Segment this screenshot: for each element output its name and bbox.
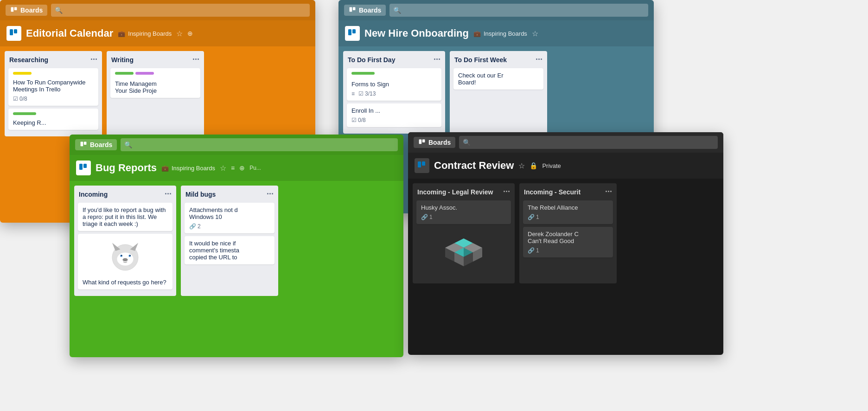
- firstday-list: To Do First Day ··· Forms to Sign ≡ ☑ 3/…: [343, 51, 445, 134]
- card-attachments[interactable]: Attachments not dWindows 10 🔗 2: [185, 203, 274, 233]
- globe-icon-editorial[interactable]: ⊕: [187, 30, 193, 37]
- writing-menu[interactable]: ···: [192, 55, 199, 64]
- husky-svg: [109, 241, 141, 274]
- card-footer-zoolander: 🔗 1: [528, 247, 608, 254]
- card-time-mgmt[interactable]: Time ManagemYour Side Proje: [110, 68, 200, 98]
- attachment-icon-zoolander: 🔗 1: [528, 247, 539, 254]
- svg-rect-8: [81, 142, 83, 147]
- search-icon-editorial: 🔍: [55, 6, 63, 14]
- search-bar-editorial[interactable]: 🔍: [51, 4, 310, 17]
- boards-label-bugs: Boards: [90, 141, 112, 148]
- card-text-zoolander: Derek Zoolander CCan't Read Good: [528, 231, 608, 244]
- attachment-icon-1: 🔗 2: [189, 223, 201, 230]
- mild-bugs-header: Mild bugs ···: [185, 189, 274, 199]
- card-checkout[interactable]: Check out our ErBoard!: [453, 68, 543, 90]
- boards-button-editorial[interactable]: Boards: [6, 5, 47, 16]
- svg-point-22: [129, 255, 130, 256]
- search-icon-newhire: 🔍: [393, 6, 401, 14]
- card-zoolander[interactable]: Derek Zoolander CCan't Read Good 🔗 1: [523, 227, 613, 257]
- svg-rect-2: [10, 29, 13, 35]
- incoming-menu[interactable]: ···: [165, 189, 172, 199]
- card-footer-attachments: 🔗 2: [189, 223, 270, 230]
- boards-label-editorial: Boards: [20, 6, 43, 14]
- star-icon-editorial[interactable]: ☆: [176, 29, 183, 38]
- security-menu[interactable]: ···: [605, 187, 612, 197]
- researching-list: Researching ··· How To Run Companywide M…: [5, 51, 102, 136]
- card-text-timestamp: It would be nice ifcomment's timestacopi…: [189, 240, 270, 261]
- card-text-forms: Forms to Sign: [351, 81, 437, 88]
- boards-button-newhire[interactable]: Boards: [344, 5, 386, 16]
- husky-image: [83, 238, 168, 279]
- attachment-icon-husky: 🔗 1: [421, 214, 433, 220]
- security-title: Incoming - Securit: [524, 188, 581, 196]
- card-text-keeping: Keeping R...: [13, 119, 94, 126]
- card-text-enroll: Enroll In ...: [351, 107, 437, 114]
- boards-button-bugs[interactable]: Boards: [75, 139, 117, 150]
- firstday-title: To Do First Day: [348, 56, 395, 64]
- firstweek-list: To Do First Week ··· Check out our ErBoa…: [450, 51, 547, 134]
- logo-image-area: [416, 227, 511, 280]
- card-timestamp[interactable]: It would be nice ifcomment's timestacopi…: [185, 236, 274, 264]
- trello-logo-bugs: [76, 161, 91, 175]
- card-text-attachments: Attachments not dWindows 10: [189, 206, 270, 220]
- card-husky[interactable]: What kind of requests go here?: [78, 234, 172, 289]
- card-husky-assoc[interactable]: Husky Assoc. 🔗 1: [416, 200, 511, 224]
- card-text-checkout: Check out our ErBoard!: [458, 72, 539, 86]
- mild-bugs-title: Mild bugs: [185, 191, 216, 198]
- search-bar-bugs[interactable]: 🔍: [121, 138, 398, 151]
- writing-list-header: Writing ···: [110, 55, 200, 64]
- firstweek-list-header: To Do First Week ···: [453, 55, 543, 64]
- newhire-board-content: To Do First Day ··· Forms to Sign ≡ ☑ 3/…: [338, 46, 654, 138]
- trello-icon-editorial: [10, 6, 18, 14]
- editorial-meta: 💼 Inspiring Boards: [118, 30, 172, 37]
- svg-rect-7: [352, 29, 356, 33]
- card-report-bug[interactable]: If you'd like to report a bug with a rep…: [78, 203, 172, 231]
- mild-bugs-menu[interactable]: ···: [267, 189, 274, 199]
- svg-point-21: [121, 255, 122, 256]
- contract-board-name: Contract Review: [434, 160, 514, 172]
- checklist-icon-1: ☑ 0/8: [13, 96, 27, 102]
- trello-icon-bugs: [80, 141, 87, 148]
- company-logo-svg: [440, 234, 487, 271]
- card-keeping[interactable]: Keeping R...: [8, 109, 98, 130]
- card-companywide[interactable]: How To Run Companywide Meetings In Trell…: [8, 68, 98, 106]
- newhire-board-name: New Hire Onboarding: [364, 27, 469, 39]
- menu-icon-bugs[interactable]: ≡: [231, 164, 235, 172]
- writing-list: Writing ··· Time ManagemYour Side Proje: [107, 51, 204, 136]
- attachment-icon-rebel: 🔗 1: [528, 214, 539, 220]
- svg-point-23: [122, 258, 128, 261]
- card-rebel-alliance[interactable]: The Rebel Alliance 🔗 1: [523, 200, 613, 224]
- researching-menu[interactable]: ···: [90, 55, 97, 64]
- search-bar-contract[interactable]: 🔍: [459, 136, 718, 149]
- star-icon-contract[interactable]: ☆: [518, 161, 525, 170]
- search-icon-contract: 🔍: [463, 139, 471, 146]
- svg-rect-5: [353, 7, 356, 10]
- bugreports-window: Boards 🔍 Bug Reports 💼 Inspiring Boards …: [70, 135, 403, 357]
- boards-button-contract[interactable]: Boards: [414, 137, 455, 148]
- security-header: Incoming - Securit ···: [523, 187, 613, 197]
- svg-rect-25: [422, 140, 425, 142]
- briefcase-icon-editorial: 💼: [118, 30, 125, 37]
- firstday-menu[interactable]: ···: [434, 55, 440, 64]
- label-yellow-1: [13, 72, 32, 75]
- search-bar-newhire[interactable]: 🔍: [389, 4, 648, 17]
- legal-review-list: Incoming - Legal Review ··· Husky Assoc.…: [413, 183, 515, 283]
- workspace-label-newhire: Inspiring Boards: [484, 30, 527, 37]
- svg-rect-26: [418, 161, 421, 167]
- card-text-requests: What kind of requests go here?: [83, 279, 168, 286]
- svg-rect-3: [14, 29, 17, 33]
- label-green-forms: [351, 72, 375, 75]
- star-icon-newhire[interactable]: ☆: [532, 29, 538, 38]
- firstweek-menu[interactable]: ···: [536, 55, 542, 64]
- legal-review-menu[interactable]: ···: [503, 187, 510, 197]
- star-icon-bugs[interactable]: ☆: [220, 164, 226, 173]
- card-text-report-bug: If you'd like to report a bug with a rep…: [83, 206, 168, 227]
- globe-icon-bugs[interactable]: ⊕: [239, 164, 245, 172]
- researching-title: Researching: [9, 56, 48, 64]
- card-footer-husky-assoc: 🔗 1: [421, 214, 506, 220]
- card-forms[interactable]: Forms to Sign ≡ ☑ 3/13: [347, 68, 441, 101]
- card-enroll[interactable]: Enroll In ... ☑ 0/8: [347, 103, 441, 127]
- contract-board-content: Incoming - Legal Review ··· Husky Assoc.…: [408, 179, 723, 288]
- list-icon-forms: ≡: [351, 90, 355, 97]
- card-text-rebel: The Rebel Alliance: [528, 204, 608, 211]
